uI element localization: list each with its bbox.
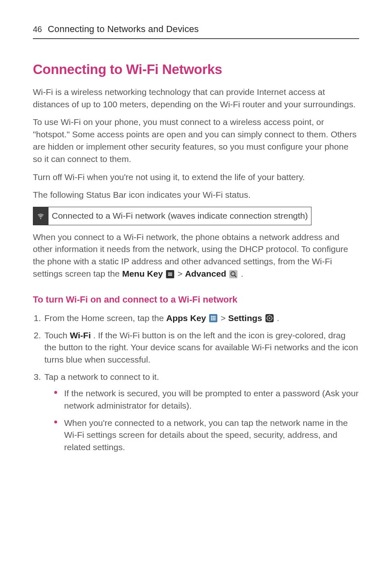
intro-paragraph-4: The following Status Bar icon indicates …: [33, 189, 359, 201]
svg-rect-2: [168, 275, 172, 276]
svg-point-3: [231, 272, 235, 276]
header-section-title: Connecting to Networks and Devices: [48, 23, 199, 36]
svg-rect-1: [168, 274, 172, 275]
step-3: Tap a network to connect to it. If the n…: [33, 371, 359, 453]
wifi-status-label: Connected to a Wi-Fi network (waves indi…: [48, 207, 311, 225]
step-1-post: .: [277, 313, 279, 323]
wifi-label: Wi-Fi: [70, 331, 91, 340]
apps-key-icon: [209, 314, 217, 322]
settings-icon: [265, 314, 274, 322]
step-2: Touch Wi-Fi . If the Wi-Fi button is on …: [33, 329, 359, 366]
wifi-status-icon-cell: [33, 207, 48, 225]
page-number: 46: [33, 23, 42, 35]
svg-rect-0: [168, 273, 172, 273]
gt-separator: >: [221, 313, 228, 323]
wifi-icon: [37, 212, 45, 220]
advanced-icon: [229, 270, 238, 278]
table-row: Connected to a Wi-Fi network (waves indi…: [33, 207, 311, 225]
intro-paragraph-2: To use Wi-Fi on your phone, you must con…: [33, 116, 359, 165]
menu-key-label: Menu Key: [122, 269, 163, 278]
settings-label: Settings: [228, 313, 262, 323]
intro-paragraph-1: Wi-Fi is a wireless networking technolog…: [33, 86, 359, 111]
svg-point-11: [211, 319, 212, 321]
menu-key-icon: [166, 270, 174, 278]
svg-point-6: [212, 316, 214, 317]
step-3-bullets: If the network is secured, you will be p…: [44, 387, 359, 453]
bullet-2: When you're connected to a network, you …: [54, 417, 359, 453]
step-1-pre: From the Home screen, tap the: [44, 313, 166, 323]
svg-point-10: [214, 318, 215, 319]
svg-point-9: [212, 318, 214, 319]
steps-list: From the Home screen, tap the Apps Key >…: [33, 312, 359, 453]
gt-separator: >: [178, 269, 185, 278]
advanced-label: Advanced: [185, 269, 226, 278]
dhcp-paragraph: When you connect to a Wi-Fi network, the…: [33, 231, 359, 280]
svg-point-7: [214, 316, 215, 317]
svg-point-12: [212, 319, 214, 321]
svg-point-8: [211, 318, 212, 319]
bullet-1: If the network is secured, you will be p…: [54, 387, 359, 412]
period: .: [241, 269, 243, 278]
step-1: From the Home screen, tap the Apps Key >…: [33, 312, 359, 324]
intro-paragraph-3: Turn off Wi-Fi when you're not using it,…: [33, 171, 359, 183]
main-heading: Connecting to Wi-Fi Networks: [33, 60, 359, 79]
step-2-post: . If the Wi-Fi button is on the left and…: [44, 331, 358, 365]
svg-point-13: [214, 319, 215, 321]
apps-key-label: Apps Key: [166, 313, 206, 323]
step-2-pre: Touch: [44, 331, 70, 340]
status-icon-table: Connected to a Wi-Fi network (waves indi…: [33, 207, 311, 225]
svg-point-15: [269, 317, 270, 319]
sub-heading: To turn Wi-Fi on and connect to a Wi-Fi …: [33, 293, 359, 306]
svg-line-4: [235, 275, 236, 277]
page-header: 46 Connecting to Networks and Devices: [33, 23, 359, 39]
svg-point-5: [211, 316, 212, 317]
step-3-text: Tap a network to connect to it.: [44, 372, 159, 381]
